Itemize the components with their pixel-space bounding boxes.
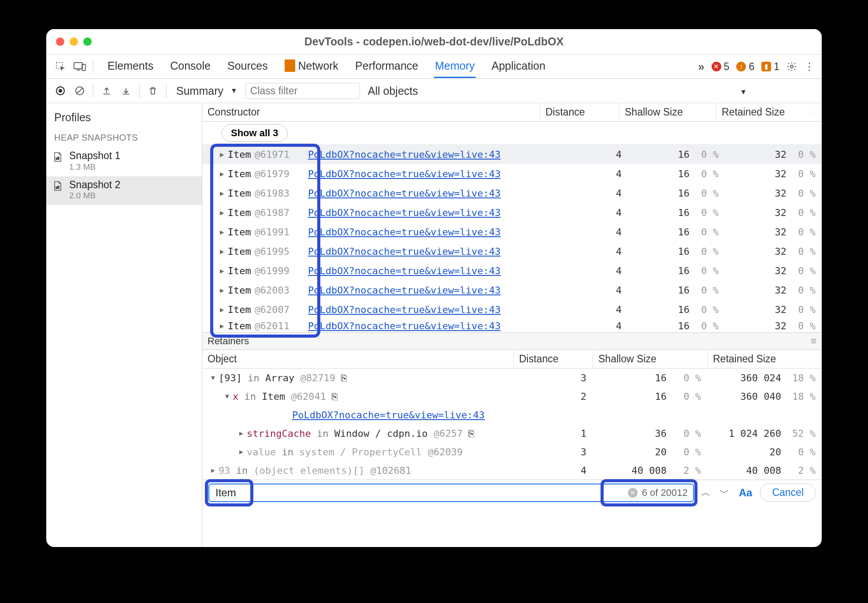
clear-icon[interactable] xyxy=(70,82,89,100)
retainers-menu-icon[interactable]: ≡ xyxy=(811,335,816,347)
tab-memory[interactable]: Memory xyxy=(434,55,475,78)
source-link[interactable]: PoLdbOX?nocache=true&view=live:43 xyxy=(308,265,501,276)
retainer-text: 93 in (object elements)[] @102681 xyxy=(219,465,411,476)
ret-shallow: 40 0082 % xyxy=(593,465,707,476)
window-title: DevTools - codepen.io/web-dot-dev/live/P… xyxy=(46,35,822,48)
download-icon[interactable] xyxy=(116,82,136,100)
window-controls xyxy=(56,37,92,46)
row-shallow: 160 % xyxy=(628,207,725,218)
col-rdist[interactable]: Distance xyxy=(513,350,593,368)
retainer-row[interactable]: ▼ [93] in Array @82719 ⎘ 3 160 % 360 024… xyxy=(202,368,822,387)
close-window-button[interactable] xyxy=(56,37,64,46)
row-shallow: 160 % xyxy=(628,227,725,238)
snapshot-icon xyxy=(52,150,63,162)
snapshot-size: 1.3 MB xyxy=(69,162,120,172)
tab-sources[interactable]: Sources xyxy=(226,55,269,78)
row-distance: 4 xyxy=(549,285,628,296)
show-all-button[interactable]: Show all 3 xyxy=(222,124,288,142)
search-cancel-button[interactable]: Cancel xyxy=(760,484,816,502)
source-link[interactable]: PoLdbOX?nocache=true&view=live:43 xyxy=(308,227,501,238)
class-filter-input[interactable] xyxy=(245,83,360,99)
ret-shallow: 200 % xyxy=(593,447,707,458)
retainer-row[interactable]: ▶ 93 in (object elements)[] @102681 4 40… xyxy=(202,461,822,480)
record-icon[interactable] xyxy=(51,82,70,100)
row-distance: 4 xyxy=(549,246,628,257)
inspect-icon[interactable] xyxy=(51,58,70,75)
col-retained[interactable]: Retained Size xyxy=(716,104,813,121)
expand-icon[interactable]: ▶ xyxy=(239,448,243,456)
retainer-text: x in Item @62041 ⎘ xyxy=(233,391,338,402)
tab-performance[interactable]: Performance xyxy=(354,55,419,78)
zoom-window-button[interactable] xyxy=(83,37,92,46)
row-distance: 4 xyxy=(549,320,628,331)
source-link[interactable]: PoLdbOX?nocache=true&view=live:43 xyxy=(308,285,501,296)
more-icon[interactable]: ⋮ xyxy=(804,60,815,73)
col-object[interactable]: Object xyxy=(202,350,513,368)
row-retained: 320 % xyxy=(725,285,822,296)
col-distance[interactable]: Distance xyxy=(540,104,619,121)
retainer-row[interactable]: PoLdbOX?nocache=true&view=live:43 xyxy=(202,406,822,424)
ret-retained: 200 % xyxy=(707,447,822,458)
search-prev-icon[interactable]: ︿ xyxy=(699,485,712,501)
source-link[interactable]: PoLdbOX?nocache=true&view=live:43 xyxy=(308,246,501,257)
search-next-icon[interactable]: ﹀ xyxy=(718,485,731,501)
row-shallow: 160 % xyxy=(628,320,725,331)
retainer-row[interactable]: ▶ stringCache in Window / cdpn.io @6257 … xyxy=(202,424,822,443)
ret-shallow: 360 % xyxy=(593,428,707,439)
col-rshallow[interactable]: Shallow Size xyxy=(593,350,707,368)
minimize-window-button[interactable] xyxy=(70,37,78,46)
error-count[interactable]: ✕5 xyxy=(712,61,730,73)
svg-rect-1 xyxy=(74,63,82,69)
match-case-toggle[interactable]: Aa xyxy=(736,487,755,499)
retainer-text: value in system / PropertyCell @62039 xyxy=(247,447,463,458)
tab-network[interactable]: ▲Network xyxy=(284,55,339,78)
issues-count[interactable]: ▮1 xyxy=(761,61,779,73)
summary-dropdown[interactable]: Summary▼ xyxy=(174,85,237,97)
device-toggle-icon[interactable] xyxy=(70,58,89,75)
col-rret[interactable]: Retained Size xyxy=(707,350,822,368)
more-tabs-icon[interactable]: » xyxy=(698,60,704,74)
ret-retained: 40 0082 % xyxy=(707,465,822,476)
row-shallow: 160 % xyxy=(628,246,725,257)
settings-icon[interactable] xyxy=(786,61,797,72)
row-distance: 4 xyxy=(549,227,628,238)
source-link[interactable]: PoLdbOX?nocache=true&view=live:43 xyxy=(308,207,501,218)
source-link[interactable]: PoLdbOX?nocache=true&view=live:43 xyxy=(308,304,501,315)
row-distance: 4 xyxy=(549,265,628,276)
source-link[interactable]: PoLdbOX?nocache=true&view=live:43 xyxy=(308,188,501,199)
row-retained: 320 % xyxy=(725,227,822,238)
source-link[interactable]: PoLdbOX?nocache=true&view=live:43 xyxy=(308,168,501,179)
source-link[interactable]: PoLdbOX?nocache=true&view=live:43 xyxy=(308,149,501,160)
tab-elements[interactable]: Elements xyxy=(107,55,154,78)
search-input[interactable] xyxy=(208,484,694,502)
ret-shallow: 160 % xyxy=(593,372,707,383)
tab-application[interactable]: Application xyxy=(491,55,546,78)
ret-distance: 3 xyxy=(513,447,593,458)
col-constructor[interactable]: Constructor xyxy=(202,104,540,121)
snapshot-item[interactable]: Snapshot 1 1.3 MB xyxy=(46,147,202,176)
col-shallow[interactable]: Shallow Size xyxy=(619,104,716,121)
delete-icon[interactable] xyxy=(143,82,163,100)
row-distance: 4 xyxy=(549,304,628,315)
retainer-row[interactable]: ▶ value in system / PropertyCell @62039 … xyxy=(202,443,822,461)
expand-icon[interactable]: ▼ xyxy=(211,374,215,382)
expand-icon[interactable]: ▶ xyxy=(239,429,243,437)
search-bar: ✕ 6 of 20012 ︿ ﹀ Aa Cancel xyxy=(202,480,822,505)
snapshot-name: Snapshot 1 xyxy=(69,150,120,162)
all-objects-chevron-icon[interactable]: ▼ xyxy=(740,88,747,96)
snapshot-icon xyxy=(52,179,63,191)
snapshot-item[interactable]: Snapshot 2 2.0 MB xyxy=(46,176,202,205)
clear-search-icon[interactable]: ✕ xyxy=(628,488,638,498)
upload-icon[interactable] xyxy=(97,82,116,100)
show-all-row: Show all 3 xyxy=(202,122,822,145)
all-objects-dropdown[interactable]: All objects xyxy=(368,85,418,97)
tab-console[interactable]: Console xyxy=(169,55,211,78)
expand-icon[interactable]: ▶ xyxy=(211,466,215,474)
svg-line-8 xyxy=(77,88,83,94)
source-link[interactable]: PoLdbOX?nocache=true&view=live:43 xyxy=(308,320,501,331)
retainer-row[interactable]: ▼ x in Item @62041 ⎘ 2 160 % 360 04018 % xyxy=(202,387,822,406)
warning-count[interactable]: !6 xyxy=(736,61,754,73)
expand-icon[interactable]: ▼ xyxy=(225,392,229,400)
retainer-source-link[interactable]: PoLdbOX?nocache=true&view=live:43 xyxy=(292,409,485,421)
ret-distance: 2 xyxy=(513,391,593,402)
